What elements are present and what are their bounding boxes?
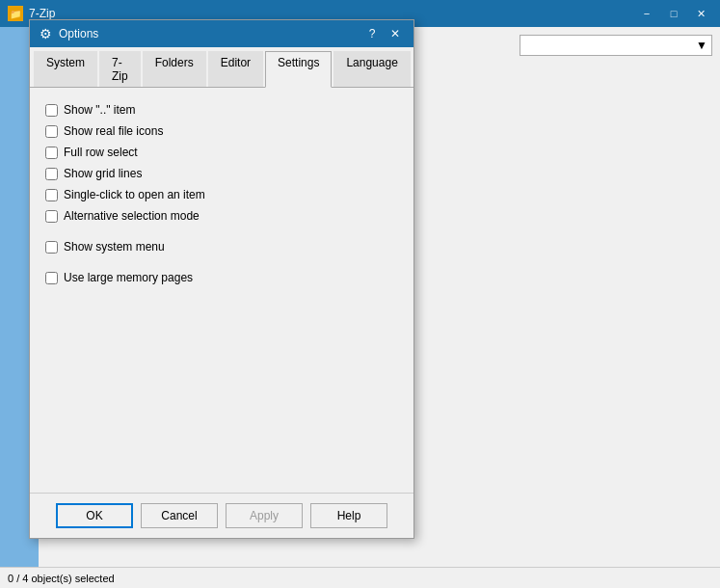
bg-close-btn[interactable]: ✕	[689, 4, 712, 23]
dialog-icon: ⚙	[38, 26, 53, 41]
bg-title-controls: − □ ✕	[635, 4, 712, 23]
dialog-content: Show ".." item Show real file icons Full…	[30, 88, 413, 493]
tabs-container: System 7-Zip Folders Editor Settings Lan…	[30, 47, 413, 88]
checkbox-large-memory[interactable]: Use large memory pages	[45, 271, 398, 284]
checkbox-full-row-select[interactable]: Full row select	[45, 146, 398, 159]
checkbox-show-item[interactable]: Show ".." item	[45, 103, 398, 117]
ok-button[interactable]: OK	[56, 503, 133, 528]
dialog-titlebar-btns: ? ✕	[361, 24, 406, 43]
tab-system[interactable]: System	[34, 51, 97, 87]
single-click-checkbox[interactable]	[45, 189, 58, 201]
separator-1	[45, 230, 398, 240]
show-real-icons-label: Show real file icons	[64, 124, 163, 138]
checkbox-alt-selection[interactable]: Alternative selection mode	[45, 209, 398, 223]
dialog-title: Options	[59, 27, 361, 40]
apply-button[interactable]: Apply	[226, 503, 303, 528]
bg-min-btn[interactable]: −	[635, 4, 658, 23]
options-dialog: ⚙ Options ? ✕ System 7-Zip Folders Edito…	[29, 19, 414, 539]
bg-title: 7-Zip	[29, 7, 55, 20]
bg-app-icon: 📁	[8, 6, 23, 21]
dialog-buttons: OK Cancel Apply Help	[30, 493, 413, 538]
full-row-select-label: Full row select	[64, 146, 138, 159]
cancel-button[interactable]: Cancel	[141, 503, 218, 528]
large-memory-label: Use large memory pages	[64, 271, 193, 284]
bg-max-btn[interactable]: □	[662, 4, 685, 23]
checkbox-show-grid-lines[interactable]: Show grid lines	[45, 167, 398, 180]
separator-2	[45, 261, 398, 271]
dropdown-arrow-icon: ▼	[696, 39, 707, 52]
bg-dropdown[interactable]: ▼	[520, 35, 712, 56]
checkbox-show-system-menu[interactable]: Show system menu	[45, 240, 398, 254]
checkbox-single-click[interactable]: Single-click to open an item	[45, 188, 398, 201]
alt-selection-checkbox[interactable]	[45, 210, 58, 223]
dialog-close-btn[interactable]: ✕	[385, 24, 406, 43]
show-system-menu-checkbox[interactable]	[45, 241, 58, 254]
show-grid-lines-checkbox[interactable]	[45, 168, 58, 180]
help-button[interactable]: Help	[310, 503, 387, 528]
show-system-menu-label: Show system menu	[64, 240, 165, 254]
alt-selection-label: Alternative selection mode	[64, 209, 200, 223]
show-grid-lines-label: Show grid lines	[64, 167, 142, 180]
checkbox-show-real-icons[interactable]: Show real file icons	[45, 124, 398, 138]
tab-folders[interactable]: Folders	[143, 51, 206, 87]
full-row-select-checkbox[interactable]	[45, 147, 58, 159]
large-memory-checkbox[interactable]	[45, 272, 58, 284]
bg-statusbar: 0 / 4 object(s) selected	[0, 567, 720, 588]
single-click-label: Single-click to open an item	[64, 188, 205, 201]
show-item-label: Show ".." item	[64, 103, 136, 117]
tab-7zip[interactable]: 7-Zip	[99, 51, 141, 87]
dialog-titlebar: ⚙ Options ? ✕	[30, 20, 413, 47]
tab-language[interactable]: Language	[333, 51, 410, 87]
dialog-help-btn[interactable]: ?	[361, 24, 383, 43]
tab-settings[interactable]: Settings	[265, 51, 332, 88]
show-item-checkbox[interactable]	[45, 104, 58, 117]
show-real-icons-checkbox[interactable]	[45, 125, 58, 138]
tab-editor[interactable]: Editor	[208, 51, 263, 87]
status-text: 0 / 4 object(s) selected	[8, 573, 115, 584]
